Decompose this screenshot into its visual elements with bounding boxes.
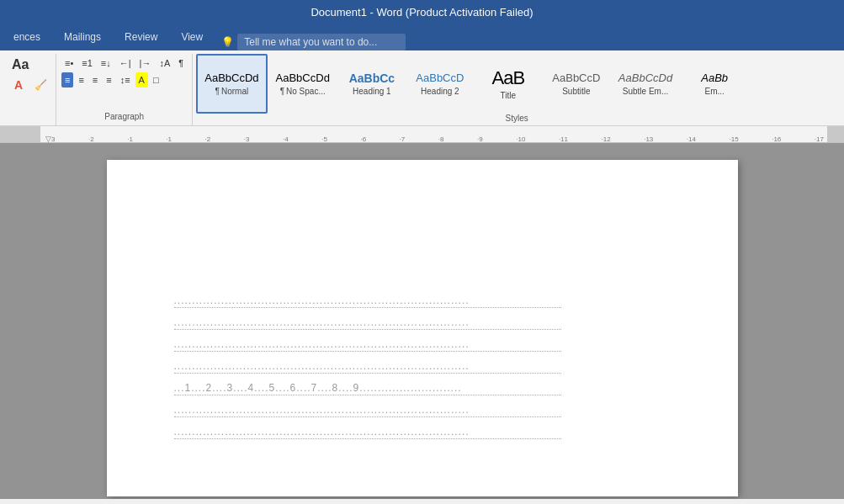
title-bar: Document1 - Word (Product Activation Fai… [0, 0, 844, 24]
styles-group: AaBbCcDd ¶ Normal AaBbCcDd ¶ No Spac... … [193, 54, 841, 125]
ribbon: Aa A 🧹 ≡• ≡1 ≡↓ ←| |→ ↕A ¶ ≡ ≡ ≡ ≡ [0, 50, 844, 126]
style-subtle-preview: AaBbCcDd [618, 72, 672, 85]
style-title-name: Title [501, 91, 517, 100]
clear-format-button[interactable]: 🧹 [30, 76, 50, 94]
style-h1-name: Heading 1 [353, 87, 391, 96]
style-title[interactable]: AaB Title [475, 54, 542, 114]
ruler: ▽ 3·2·1 ·1·2·3 ·4·5·6 ·7·8·9 ·10·11·12 ·… [0, 126, 844, 143]
show-hide-button[interactable]: ¶ [175, 56, 187, 71]
text-line-3: ........................................… [174, 338, 561, 352]
style-nospace-preview: AaBbCcDd [276, 72, 330, 85]
text-line-1: ........................................… [174, 294, 561, 308]
paragraph-label: Paragraph [61, 112, 187, 124]
text-line-5: ...1....2....3....4....5....6....7....8.… [174, 382, 561, 395]
style-em-preview: AaBb [701, 72, 728, 85]
para-mark-icon: ¶ [215, 87, 220, 96]
ruler-left-gray [0, 126, 40, 143]
style-no-spacing[interactable]: AaBbCcDd ¶ No Spac... [268, 54, 337, 114]
lightbulb-icon: 💡 [221, 36, 234, 48]
text-line-7: ........................................… [174, 426, 561, 439]
font-size-group: Aa A 🧹 [3, 54, 56, 125]
page-content: ........................................… [174, 294, 671, 439]
style-subtle-name: Subtle Em... [623, 87, 668, 96]
font-group-label [8, 121, 50, 124]
ribbon-tabs-row: ences Mailings Review View 💡 [0, 24, 844, 50]
multilevel-button[interactable]: ≡↓ [98, 56, 114, 71]
ruler-marker: ▽ [45, 135, 51, 143]
title-text: Document1 - Word (Product Activation Fai… [311, 6, 533, 19]
style-normal[interactable]: AaBbCcDd ¶ Normal [196, 54, 267, 114]
align-right-button[interactable]: ≡ [89, 72, 101, 88]
styles-gallery: AaBbCcDd ¶ Normal AaBbCcDd ¶ No Spac... … [196, 54, 837, 114]
style-normal-preview: AaBbCcDd [204, 72, 258, 85]
decrease-indent-button[interactable]: ←| [116, 56, 135, 71]
style-subtitle-preview: AaBbCcD [552, 72, 600, 85]
bullets-button[interactable]: ≡• [61, 56, 77, 71]
style-h2-preview: AaBbCcD [416, 72, 464, 85]
text-line-6: ........................................… [174, 404, 561, 417]
para-row-2: ≡ ≡ ≡ ≡ ↕≡ A □ [61, 72, 187, 88]
font-aa-button[interactable]: Aa [8, 56, 32, 74]
style-subtitle[interactable]: AaBbCcD Subtitle [543, 54, 610, 114]
ruler-right-gray [827, 126, 844, 143]
tab-mailings[interactable]: Mailings [52, 24, 113, 50]
text-line-2: ........................................… [174, 316, 561, 330]
ruler-numbers: 3·2·1 ·1·2·3 ·4·5·6 ·7·8·9 ·10·11·12 ·13… [51, 135, 824, 143]
style-title-preview: AaB [492, 67, 525, 89]
align-center-button[interactable]: ≡ [75, 72, 87, 88]
style-h2-name: Heading 2 [421, 87, 459, 96]
font-row-1: Aa [8, 56, 50, 74]
line-spacing-button[interactable]: ↕≡ [117, 72, 134, 88]
ruler-white: ▽ 3·2·1 ·1·2·3 ·4·5·6 ·7·8·9 ·10·11·12 ·… [40, 126, 827, 143]
styles-label: Styles [196, 114, 837, 125]
tab-ences[interactable]: ences [2, 24, 52, 50]
para-row-1: ≡• ≡1 ≡↓ ←| |→ ↕A ¶ [61, 56, 187, 71]
style-nospace-name: ¶ No Spac... [280, 87, 326, 96]
style-heading2[interactable]: AaBbCcD Heading 2 [406, 54, 474, 114]
numbering-button[interactable]: ≡1 [78, 56, 96, 71]
para-mark-2-icon: ¶ [280, 87, 284, 96]
text-line-4: ........................................… [174, 360, 561, 374]
style-em[interactable]: AaBb Em... [681, 54, 748, 114]
style-em-name: Em... [705, 87, 725, 96]
tell-me-input[interactable] [237, 34, 406, 50]
justify-button[interactable]: ≡ [103, 72, 114, 88]
style-h1-preview: AaBbCc [349, 72, 395, 86]
style-heading1[interactable]: AaBbCc Heading 1 [338, 54, 406, 114]
font-a-highlight-button[interactable]: A [8, 76, 29, 94]
sort-button[interactable]: ↕A [156, 56, 173, 71]
page[interactable]: ........................................… [107, 160, 738, 496]
paragraph-controls: ≡• ≡1 ≡↓ ←| |→ ↕A ¶ ≡ ≡ ≡ ≡ ↕≡ A □ [61, 56, 187, 112]
paragraph-group: ≡• ≡1 ≡↓ ←| |→ ↕A ¶ ≡ ≡ ≡ ≡ ↕≡ A □ Parag… [56, 54, 193, 125]
increase-indent-button[interactable]: |→ [136, 56, 155, 71]
document-area[interactable]: ........................................… [0, 143, 844, 499]
shading-button[interactable]: A [135, 72, 148, 88]
borders-button[interactable]: □ [150, 72, 162, 88]
style-subtitle-name: Subtitle [562, 87, 590, 96]
font-row-2: A 🧹 [8, 76, 50, 94]
style-subtle-em[interactable]: AaBbCcDd Subtle Em... [611, 54, 680, 114]
style-normal-name: ¶ Normal [215, 87, 249, 96]
tab-review[interactable]: Review [113, 24, 169, 50]
tab-view[interactable]: View [169, 24, 215, 50]
tell-me-area: 💡 [221, 34, 406, 50]
align-left-button[interactable]: ≡ [61, 72, 73, 88]
